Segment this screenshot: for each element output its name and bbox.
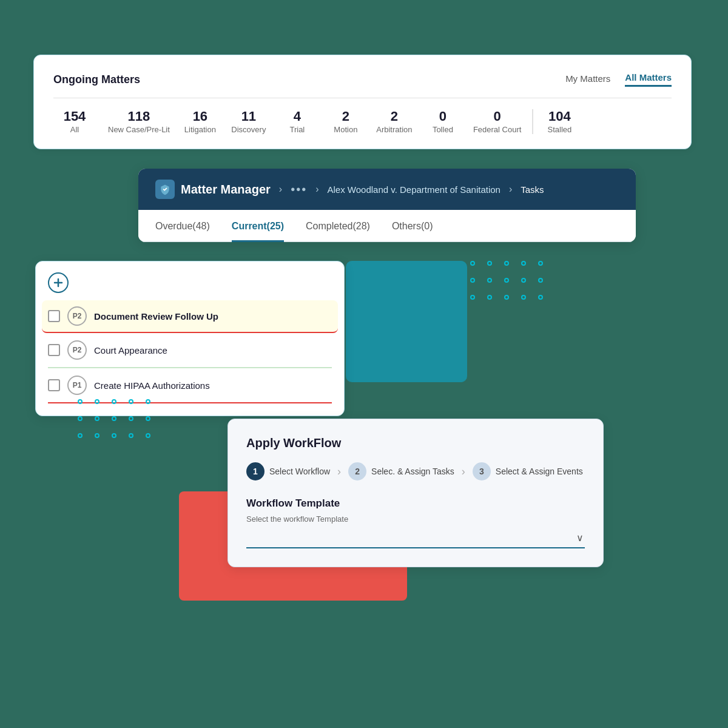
dot — [538, 261, 543, 266]
task-checkbox-3[interactable] — [48, 379, 60, 391]
breadcrumb-tasks[interactable]: Tasks — [521, 184, 544, 195]
task-name-1: Document Review Follow Up — [94, 311, 218, 322]
dot — [470, 295, 475, 300]
workflow-template-section: Workflow Template Select the workflow Te… — [246, 497, 585, 548]
workflow-steps: 1 Select Workflow › 2 Selec. & Assign Ta… — [246, 462, 585, 480]
chevron-down-icon: ∨ — [576, 532, 584, 544]
dot — [129, 433, 133, 438]
dot — [95, 416, 99, 421]
dot — [487, 261, 492, 266]
dot-grid-top-right — [470, 261, 555, 312]
dot — [521, 261, 526, 266]
workflow-step-1[interactable]: 1 Select Workflow — [246, 462, 330, 480]
dot — [470, 278, 475, 283]
teal-decorative-block — [346, 261, 467, 382]
task-priority-1: P2 — [67, 306, 87, 326]
ongoing-matters-title: Ongoing Matters — [53, 73, 140, 86]
dot — [146, 416, 150, 421]
dot — [78, 399, 83, 404]
stat-motion[interactable]: 2 Motion — [322, 109, 370, 134]
tab-my-matters[interactable]: My Matters — [565, 73, 610, 86]
matter-manager-header: Matter Manager › ••• › Alex Woodland v. … — [138, 169, 636, 210]
breadcrumb-case[interactable]: Alex Woodland v. Department of Sanitatio… — [327, 184, 500, 195]
stat-discovery[interactable]: 11 Discovery — [224, 109, 273, 134]
stat-trial[interactable]: 4 Trial — [273, 109, 322, 134]
dot — [95, 399, 99, 404]
dot — [538, 278, 543, 283]
workflow-step-2[interactable]: 2 Selec. & Assign Tasks — [348, 462, 454, 480]
step-number-2: 2 — [348, 462, 366, 480]
dot — [112, 433, 116, 438]
ongoing-matters-card: Ongoing Matters My Matters All Matters 1… — [33, 55, 692, 149]
dot — [504, 278, 509, 283]
task-checkbox-1[interactable] — [48, 310, 60, 322]
stat-arbitration[interactable]: 2 Arbitration — [370, 109, 419, 134]
dot — [146, 399, 150, 404]
dot — [521, 278, 526, 283]
dot — [487, 295, 492, 300]
dot — [504, 261, 509, 266]
stat-litigation[interactable]: 16 Litigation — [176, 109, 224, 134]
dot — [504, 295, 509, 300]
step-label-2: Selec. & Assign Tasks — [371, 467, 454, 476]
tab-others[interactable]: Others(0) — [392, 210, 433, 242]
stat-tolled[interactable]: 0 Tolled — [419, 109, 467, 134]
dot — [470, 261, 475, 266]
task-priority-2: P2 — [67, 340, 87, 360]
dot — [129, 416, 133, 421]
dot — [521, 295, 526, 300]
workflow-template-label: Select the workflow Template — [246, 514, 585, 524]
tab-all-matters[interactable]: All Matters — [625, 72, 672, 87]
task-name-3: Create HIPAA Authorizations — [94, 380, 210, 391]
task-priority-3: P1 — [67, 376, 87, 395]
step-number-1: 1 — [246, 462, 265, 480]
matter-manager-tabs: Overdue(48) Current(25) Completed(28) Ot… — [138, 210, 636, 242]
stats-row: 154 All 118 New Case/Pre-Lit 16 Litigati… — [53, 109, 672, 134]
dot — [538, 295, 543, 300]
tasks-card: P2 Document Review Follow Up P2 Court Ap… — [35, 261, 345, 416]
matter-manager-card: Matter Manager › ••• › Alex Woodland v. … — [138, 169, 636, 242]
task-checkbox-2[interactable] — [48, 344, 60, 356]
stat-stalled[interactable]: 104 Stalled — [532, 109, 581, 134]
step-separator-1: › — [337, 465, 341, 478]
task-item-court-appearance[interactable]: P2 Court Appearance — [48, 333, 332, 368]
add-task-button[interactable] — [48, 272, 69, 293]
task-name-2: Court Appearance — [94, 345, 167, 356]
matters-tabs: My Matters All Matters — [565, 72, 672, 87]
step-label-1: Select Workflow — [269, 467, 330, 476]
dot — [112, 416, 116, 421]
matter-manager-title: Matter Manager — [181, 183, 271, 197]
matter-manager-logo — [155, 180, 175, 199]
breadcrumb-sep-2: › — [315, 184, 318, 195]
stat-all[interactable]: 154 All — [53, 109, 102, 134]
step-separator-2: › — [462, 465, 465, 478]
task-item-document-review[interactable]: P2 Document Review Follow Up — [42, 300, 338, 333]
stat-new-case[interactable]: 118 New Case/Pre-Lit — [102, 109, 176, 134]
dot — [112, 399, 116, 404]
tab-current[interactable]: Current(25) — [232, 210, 284, 242]
breadcrumb-sep-1: › — [279, 184, 282, 195]
task-item-hipaa[interactable]: P1 Create HIPAA Authorizations — [48, 368, 332, 403]
workflow-card: Apply WorkFlow 1 Select Workflow › 2 Sel… — [228, 419, 604, 567]
workflow-template-title: Workflow Template — [246, 497, 585, 510]
dot — [129, 399, 133, 404]
step-label-3: Select & Assign Events — [496, 467, 583, 476]
dot — [146, 433, 150, 438]
workflow-title: Apply WorkFlow — [246, 436, 585, 450]
workflow-template-select[interactable]: ∨ — [246, 528, 585, 548]
stat-federal-court[interactable]: 0 Federal Court — [467, 109, 527, 134]
workflow-select-placeholder — [248, 533, 250, 543]
dot — [487, 278, 492, 283]
dot — [78, 433, 83, 438]
breadcrumb-sep-3: › — [509, 184, 512, 195]
dot — [95, 433, 99, 438]
dot-grid-bottom-left — [78, 399, 163, 450]
step-number-3: 3 — [473, 462, 491, 480]
tab-completed[interactable]: Completed(28) — [306, 210, 370, 242]
breadcrumb-dots[interactable]: ••• — [291, 183, 307, 197]
workflow-step-3[interactable]: 3 Select & Assign Events — [473, 462, 583, 480]
dot — [78, 416, 83, 421]
tab-overdue[interactable]: Overdue(48) — [155, 210, 210, 242]
